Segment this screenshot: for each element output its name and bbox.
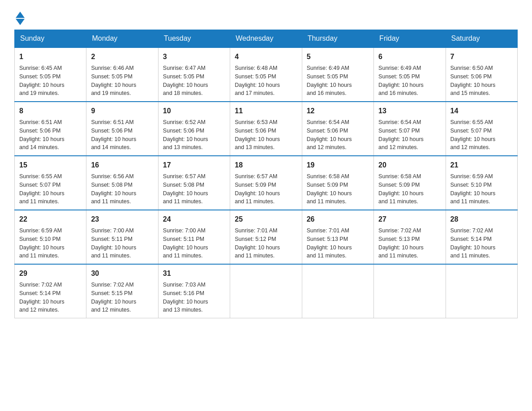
calendar-cell: 8Sunrise: 6:51 AMSunset: 5:06 PMDaylight… <box>15 102 86 156</box>
calendar-cell: 17Sunrise: 6:57 AMSunset: 5:08 PMDayligh… <box>158 156 230 210</box>
day-info: Sunrise: 7:03 AMSunset: 5:16 PMDaylight:… <box>163 281 225 314</box>
day-info: Sunrise: 7:02 AMSunset: 5:15 PMDaylight:… <box>91 281 153 314</box>
day-info: Sunrise: 6:55 AMSunset: 5:07 PMDaylight:… <box>19 172 82 206</box>
day-info: Sunrise: 6:56 AMSunset: 5:08 PMDaylight:… <box>91 172 153 206</box>
day-number: 3 <box>163 51 225 62</box>
day-number: 11 <box>235 106 297 116</box>
day-number: 7 <box>450 51 513 62</box>
day-info: Sunrise: 7:02 AMSunset: 5:14 PMDaylight:… <box>19 281 82 314</box>
day-info: Sunrise: 7:01 AMSunset: 5:12 PMDaylight:… <box>235 227 297 260</box>
calendar-cell: 12Sunrise: 6:54 AMSunset: 5:06 PMDayligh… <box>302 102 373 156</box>
week-row-1: 1Sunrise: 6:45 AMSunset: 5:05 PMDaylight… <box>15 47 518 102</box>
calendar-cell: 20Sunrise: 6:58 AMSunset: 5:09 PMDayligh… <box>374 156 446 210</box>
day-info: Sunrise: 6:53 AMSunset: 5:06 PMDaylight:… <box>235 118 297 152</box>
calendar-cell <box>230 264 302 318</box>
col-header-friday: Friday <box>374 30 446 48</box>
day-number: 15 <box>19 160 82 171</box>
day-info: Sunrise: 6:54 AMSunset: 5:06 PMDaylight:… <box>307 118 369 152</box>
calendar-cell: 31Sunrise: 7:03 AMSunset: 5:16 PMDayligh… <box>158 264 230 318</box>
calendar-cell: 3Sunrise: 6:47 AMSunset: 5:05 PMDaylight… <box>158 47 230 102</box>
day-number: 28 <box>450 214 513 225</box>
calendar-cell: 29Sunrise: 7:02 AMSunset: 5:14 PMDayligh… <box>15 264 86 318</box>
calendar-cell: 27Sunrise: 7:02 AMSunset: 5:13 PMDayligh… <box>374 210 446 264</box>
calendar-cell: 28Sunrise: 7:02 AMSunset: 5:14 PMDayligh… <box>446 210 517 264</box>
calendar-cell: 1Sunrise: 6:45 AMSunset: 5:05 PMDaylight… <box>15 47 86 102</box>
page-header <box>14 11 518 22</box>
day-info: Sunrise: 6:58 AMSunset: 5:09 PMDaylight:… <box>307 172 369 206</box>
day-info: Sunrise: 7:02 AMSunset: 5:14 PMDaylight:… <box>450 227 513 260</box>
day-number: 21 <box>450 160 513 171</box>
day-info: Sunrise: 6:49 AMSunset: 5:05 PMDaylight:… <box>378 64 441 98</box>
calendar-cell: 7Sunrise: 6:50 AMSunset: 5:06 PMDaylight… <box>446 47 517 102</box>
day-number: 26 <box>307 214 369 225</box>
day-info: Sunrise: 7:02 AMSunset: 5:13 PMDaylight:… <box>378 227 441 260</box>
calendar-cell: 23Sunrise: 7:00 AMSunset: 5:11 PMDayligh… <box>86 210 158 264</box>
day-info: Sunrise: 6:51 AMSunset: 5:06 PMDaylight:… <box>91 118 153 152</box>
day-info: Sunrise: 6:57 AMSunset: 5:08 PMDaylight:… <box>163 172 225 206</box>
day-info: Sunrise: 6:59 AMSunset: 5:10 PMDaylight:… <box>19 227 82 260</box>
calendar-cell: 2Sunrise: 6:46 AMSunset: 5:05 PMDaylight… <box>86 47 158 102</box>
day-number: 4 <box>235 51 297 62</box>
day-number: 14 <box>450 106 513 116</box>
calendar-cell: 9Sunrise: 6:51 AMSunset: 5:06 PMDaylight… <box>86 102 158 156</box>
calendar-cell: 19Sunrise: 6:58 AMSunset: 5:09 PMDayligh… <box>302 156 373 210</box>
calendar-cell: 13Sunrise: 6:54 AMSunset: 5:07 PMDayligh… <box>374 102 446 156</box>
day-number: 22 <box>19 214 82 225</box>
day-number: 20 <box>378 160 441 171</box>
day-info: Sunrise: 6:47 AMSunset: 5:05 PMDaylight:… <box>163 64 225 98</box>
day-info: Sunrise: 6:52 AMSunset: 5:06 PMDaylight:… <box>163 118 225 152</box>
day-number: 19 <box>307 160 369 171</box>
calendar-cell: 24Sunrise: 7:00 AMSunset: 5:11 PMDayligh… <box>158 210 230 264</box>
day-info: Sunrise: 6:59 AMSunset: 5:10 PMDaylight:… <box>450 172 513 206</box>
calendar-cell: 18Sunrise: 6:57 AMSunset: 5:09 PMDayligh… <box>230 156 302 210</box>
calendar-cell: 14Sunrise: 6:55 AMSunset: 5:07 PMDayligh… <box>446 102 517 156</box>
day-number: 18 <box>235 160 297 171</box>
week-row-4: 22Sunrise: 6:59 AMSunset: 5:10 PMDayligh… <box>15 210 518 264</box>
calendar-cell: 10Sunrise: 6:52 AMSunset: 5:06 PMDayligh… <box>158 102 230 156</box>
calendar-header-row: SundayMondayTuesdayWednesdayThursdayFrid… <box>15 30 518 48</box>
day-number: 24 <box>163 214 225 225</box>
day-number: 30 <box>91 268 153 279</box>
day-number: 1 <box>19 51 82 62</box>
day-info: Sunrise: 6:46 AMSunset: 5:05 PMDaylight:… <box>91 64 153 98</box>
day-number: 17 <box>163 160 225 171</box>
col-header-tuesday: Tuesday <box>158 30 230 48</box>
calendar-cell: 4Sunrise: 6:48 AMSunset: 5:05 PMDaylight… <box>230 47 302 102</box>
day-number: 23 <box>91 214 153 225</box>
day-number: 12 <box>307 106 369 116</box>
day-number: 27 <box>378 214 441 225</box>
day-info: Sunrise: 7:00 AMSunset: 5:11 PMDaylight:… <box>163 227 225 260</box>
calendar-cell: 16Sunrise: 6:56 AMSunset: 5:08 PMDayligh… <box>86 156 158 210</box>
day-info: Sunrise: 6:50 AMSunset: 5:06 PMDaylight:… <box>450 64 513 98</box>
day-info: Sunrise: 6:57 AMSunset: 5:09 PMDaylight:… <box>235 172 297 206</box>
day-info: Sunrise: 6:45 AMSunset: 5:05 PMDaylight:… <box>19 64 82 98</box>
day-number: 2 <box>91 51 153 62</box>
calendar-cell <box>302 264 373 318</box>
day-info: Sunrise: 6:49 AMSunset: 5:05 PMDaylight:… <box>307 64 369 98</box>
day-number: 16 <box>91 160 153 171</box>
calendar-cell: 15Sunrise: 6:55 AMSunset: 5:07 PMDayligh… <box>15 156 86 210</box>
day-info: Sunrise: 7:00 AMSunset: 5:11 PMDaylight:… <box>91 227 153 260</box>
logo <box>14 11 25 22</box>
week-row-5: 29Sunrise: 7:02 AMSunset: 5:14 PMDayligh… <box>15 264 518 318</box>
day-info: Sunrise: 6:48 AMSunset: 5:05 PMDaylight:… <box>235 64 297 98</box>
day-number: 29 <box>19 268 82 279</box>
calendar-cell: 26Sunrise: 7:01 AMSunset: 5:13 PMDayligh… <box>302 210 373 264</box>
col-header-wednesday: Wednesday <box>230 30 302 48</box>
day-number: 31 <box>163 268 225 279</box>
week-row-2: 8Sunrise: 6:51 AMSunset: 5:06 PMDaylight… <box>15 102 518 156</box>
calendar-cell: 21Sunrise: 6:59 AMSunset: 5:10 PMDayligh… <box>446 156 517 210</box>
day-info: Sunrise: 6:54 AMSunset: 5:07 PMDaylight:… <box>378 118 441 152</box>
calendar-cell: 30Sunrise: 7:02 AMSunset: 5:15 PMDayligh… <box>86 264 158 318</box>
col-header-monday: Monday <box>86 30 158 48</box>
col-header-saturday: Saturday <box>446 30 517 48</box>
col-header-thursday: Thursday <box>302 30 373 48</box>
week-row-3: 15Sunrise: 6:55 AMSunset: 5:07 PMDayligh… <box>15 156 518 210</box>
day-number: 8 <box>19 106 82 116</box>
day-info: Sunrise: 6:51 AMSunset: 5:06 PMDaylight:… <box>19 118 82 152</box>
calendar-cell: 6Sunrise: 6:49 AMSunset: 5:05 PMDaylight… <box>374 47 446 102</box>
day-info: Sunrise: 6:58 AMSunset: 5:09 PMDaylight:… <box>378 172 441 206</box>
calendar-cell: 5Sunrise: 6:49 AMSunset: 5:05 PMDaylight… <box>302 47 373 102</box>
day-number: 13 <box>378 106 441 116</box>
calendar-cell: 25Sunrise: 7:01 AMSunset: 5:12 PMDayligh… <box>230 210 302 264</box>
